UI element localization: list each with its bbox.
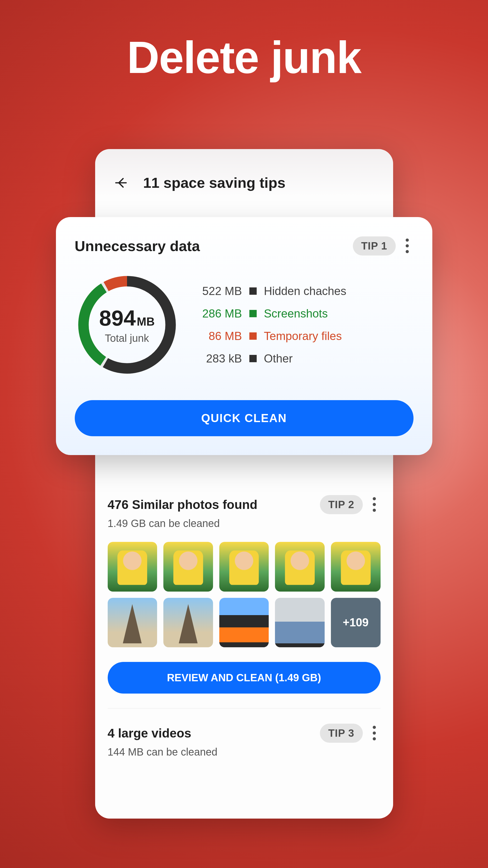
photo-thumbnail-overflow[interactable]: +109 bbox=[331, 598, 381, 648]
legend-size: 283 kB bbox=[195, 352, 242, 365]
legend-item: 283 kB Other bbox=[195, 352, 414, 365]
legend-item: 286 MB Screenshots bbox=[195, 307, 414, 320]
photo-thumbnail[interactable] bbox=[108, 542, 157, 592]
legend-size: 522 MB bbox=[195, 284, 242, 298]
total-junk-label: Total junk bbox=[105, 332, 149, 344]
square-icon bbox=[249, 332, 257, 340]
photo-thumbnail[interactable] bbox=[163, 598, 213, 648]
total-junk-value: 894 bbox=[99, 306, 136, 331]
square-icon bbox=[249, 287, 257, 295]
legend-label: Hidden chaches bbox=[264, 284, 347, 298]
hero-title: Delete junk bbox=[0, 0, 488, 83]
legend-item: 86 MB Temporary files bbox=[195, 330, 414, 343]
page-title: 11 space saving tips bbox=[143, 174, 286, 191]
tip-unnecessary-data-card: Unnecessary data TIP 1 894MB Total junk bbox=[56, 217, 432, 455]
photo-thumbnails: +109 bbox=[108, 542, 381, 647]
square-icon bbox=[249, 355, 257, 362]
section-subtitle: 1.49 GB can be cleaned bbox=[108, 518, 381, 529]
legend-label: Other bbox=[264, 352, 293, 365]
photo-thumbnail[interactable] bbox=[108, 598, 157, 648]
photo-thumbnail[interactable] bbox=[275, 598, 325, 648]
section-subtitle: 144 MB can be cleaned bbox=[108, 746, 381, 758]
photo-thumbnail[interactable] bbox=[219, 598, 269, 648]
junk-donut-chart: 894MB Total junk bbox=[75, 273, 179, 377]
photo-thumbnail[interactable] bbox=[275, 542, 325, 592]
tip-badge: TIP 1 bbox=[353, 237, 396, 255]
total-junk-unit: MB bbox=[137, 315, 155, 328]
section-title: 476 Similar photos found bbox=[108, 497, 315, 512]
legend-label: Screenshots bbox=[264, 307, 328, 320]
app-header: 11 space saving tips bbox=[95, 164, 393, 208]
legend-size: 86 MB bbox=[195, 330, 242, 343]
back-button[interactable] bbox=[114, 176, 129, 190]
review-and-clean-button[interactable]: REVIEW AND CLEAN (1.49 GB) bbox=[108, 662, 381, 693]
photo-thumbnail[interactable] bbox=[163, 542, 213, 592]
section-title: 4 large videos bbox=[108, 726, 315, 740]
more-menu-button[interactable] bbox=[368, 495, 381, 515]
tip-large-videos: 4 large videos TIP 3 144 MB can be clean… bbox=[108, 708, 381, 773]
more-menu-button[interactable] bbox=[401, 236, 414, 256]
tip-badge: TIP 2 bbox=[320, 495, 363, 514]
arrow-left-icon bbox=[114, 176, 129, 190]
quick-clean-button[interactable]: QUICK CLEAN bbox=[75, 400, 414, 436]
junk-legend: 522 MB Hidden chaches 286 MB Screenshots… bbox=[195, 284, 414, 365]
legend-label: Temporary files bbox=[264, 330, 342, 343]
photo-thumbnail[interactable] bbox=[219, 542, 269, 592]
more-menu-button[interactable] bbox=[368, 723, 381, 743]
legend-size: 286 MB bbox=[195, 307, 242, 320]
card-title: Unnecessary data bbox=[75, 238, 348, 254]
square-icon bbox=[249, 310, 257, 317]
legend-item: 522 MB Hidden chaches bbox=[195, 284, 414, 298]
tip-badge: TIP 3 bbox=[320, 724, 363, 743]
junk-breakdown: 894MB Total junk 522 MB Hidden chaches 2… bbox=[75, 273, 414, 377]
photo-thumbnail[interactable] bbox=[331, 542, 381, 592]
tip-similar-photos: 476 Similar photos found TIP 2 1.49 GB c… bbox=[108, 480, 381, 708]
